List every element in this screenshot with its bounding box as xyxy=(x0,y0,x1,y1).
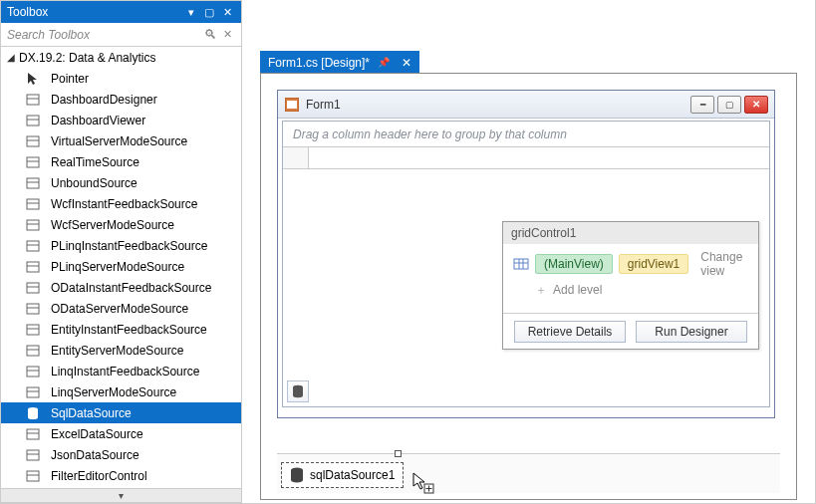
component-tray[interactable]: sqlDataSource1 xyxy=(277,453,780,493)
toolbox-item-icon xyxy=(25,343,41,359)
toolbox-item-label: ODataServerModeSource xyxy=(51,302,188,316)
svg-rect-6 xyxy=(27,157,39,167)
toolbox-item[interactable]: RealTimeSource xyxy=(1,151,241,172)
search-icon[interactable]: 🔍︎ xyxy=(204,27,217,42)
minimize-button[interactable]: ━ xyxy=(690,96,714,114)
svg-rect-38 xyxy=(287,101,297,109)
search-input[interactable] xyxy=(7,28,200,42)
toolbox-item[interactable]: WcfInstantFeedbackSource xyxy=(1,193,241,214)
toolbox-item[interactable]: VirtualServerModeSource xyxy=(1,130,241,151)
tab-close-icon[interactable]: ✕ xyxy=(402,56,411,70)
toolbox-titlebar: Toolbox ▾ ▢ ✕ xyxy=(1,1,241,23)
toolbox-item[interactable]: JsonDataSource xyxy=(1,444,241,465)
grid-header-row xyxy=(283,147,769,169)
form-close-button[interactable]: ✕ xyxy=(744,96,768,114)
dropdown-icon[interactable]: ▾ xyxy=(183,4,199,20)
add-level-link[interactable]: ＋Add level xyxy=(513,276,748,305)
tray-resize-handle[interactable] xyxy=(395,450,402,457)
toolbox-item[interactable]: ExcelDataSource xyxy=(1,423,241,444)
group-panel-hint: Drag a column header here to group by th… xyxy=(283,122,769,147)
toolbox-item-label: PLinqServerModeSource xyxy=(51,260,184,274)
toolbox-item-icon xyxy=(25,175,41,191)
view-row: (MainView) gridView1 Change view xyxy=(513,252,748,276)
category-label: DX.19.2: Data & Analytics xyxy=(19,51,155,65)
toolbox-item[interactable]: Pointer xyxy=(1,68,241,89)
toolbox-item-label: ODataInstantFeedbackSource xyxy=(51,281,211,295)
design-surface-panel: Form1.cs [Design]* 📌 ✕ Form1 ━ ▢ ✕ Drag … xyxy=(242,0,815,503)
toolbox-item[interactable]: DashboardDesigner xyxy=(1,89,241,110)
toolbox-item-label: UnboundSource xyxy=(51,176,137,190)
database-icon xyxy=(290,467,304,483)
main-view-pill[interactable]: (MainView) xyxy=(535,254,613,274)
maximize-button[interactable]: ▢ xyxy=(717,96,741,114)
svg-rect-22 xyxy=(27,325,39,335)
grid-control[interactable]: Drag a column header here to group by th… xyxy=(282,121,770,407)
clear-search-icon[interactable]: ✕ xyxy=(219,27,235,43)
toolbox-scroll-down[interactable]: ▾ xyxy=(1,488,241,502)
toolbox-item-label: WcfServerModeSource xyxy=(51,218,174,232)
popup-body: (MainView) gridView1 Change view ＋Add le… xyxy=(503,244,758,313)
svg-rect-18 xyxy=(27,283,39,293)
toolbox-item-label: Pointer xyxy=(51,72,89,86)
toolbox-item-icon xyxy=(25,238,41,254)
svg-rect-10 xyxy=(27,199,39,209)
grid-view-icon xyxy=(513,256,529,272)
toolbox-item[interactable]: WcfServerModeSource xyxy=(1,214,241,235)
window-position-icon[interactable]: ▢ xyxy=(201,4,217,20)
toolbox-item[interactable]: SqlDataSource xyxy=(1,402,241,423)
toolbox-item-label: VirtualServerModeSource xyxy=(51,134,187,148)
change-view-link[interactable]: Change view xyxy=(700,250,748,278)
toolbox-item-label: SqlDataSource xyxy=(51,406,132,420)
form-titlebar: Form1 ━ ▢ ✕ xyxy=(278,91,774,119)
toolbox-item-label: WcfInstantFeedbackSource xyxy=(51,197,197,211)
component-label: sqlDataSource1 xyxy=(310,468,395,482)
toolbox-item[interactable]: EntityInstantFeedbackSource xyxy=(1,319,241,340)
svg-rect-0 xyxy=(27,95,39,105)
toolbox-item[interactable]: LinqServerModeSource xyxy=(1,381,241,402)
grid-designer-popup: gridControl1 (MainView) gridView1 Change… xyxy=(502,221,759,350)
toolbox-item-label: RealTimeSource xyxy=(51,155,139,169)
toolbox-item-label: JsonDataSource xyxy=(51,448,139,462)
sql-data-source-component[interactable]: sqlDataSource1 xyxy=(281,462,404,488)
toolbox-item[interactable]: FilterEditorControl xyxy=(1,465,241,486)
toolbox-category[interactable]: ◢ DX.19.2: Data & Analytics xyxy=(1,47,241,68)
svg-rect-4 xyxy=(27,136,39,146)
document-tab-label: Form1.cs [Design]* xyxy=(268,56,370,70)
svg-rect-20 xyxy=(27,304,39,314)
toolbox-items: PointerDashboardDesignerDashboardViewerV… xyxy=(1,68,241,488)
toolbox-item[interactable]: ODataServerModeSource xyxy=(1,298,241,319)
toolbox-item-icon xyxy=(25,217,41,233)
close-icon[interactable]: ✕ xyxy=(219,4,235,20)
svg-rect-31 xyxy=(27,429,39,439)
design-area[interactable]: Form1 ━ ▢ ✕ Drag a column header here to… xyxy=(260,73,797,500)
toolbox-item-label: LinqInstantFeedbackSource xyxy=(51,365,199,378)
plus-icon: ＋ xyxy=(535,283,547,297)
document-tab[interactable]: Form1.cs [Design]* 📌 ✕ xyxy=(260,51,419,74)
toolbox-item-icon xyxy=(25,71,41,87)
svg-rect-14 xyxy=(27,241,39,251)
retrieve-details-button[interactable]: Retrieve Details xyxy=(514,321,626,343)
toolbox-item[interactable]: EntityServerModeSource xyxy=(1,340,241,361)
form-window[interactable]: Form1 ━ ▢ ✕ Drag a column header here to… xyxy=(277,90,775,418)
pin-icon[interactable]: 📌 xyxy=(378,57,390,68)
datasource-indicator-icon[interactable] xyxy=(287,380,309,402)
toolbox-search-row: 🔍︎ ✕ xyxy=(1,23,241,47)
toolbox-item[interactable]: DashboardViewer xyxy=(1,110,241,130)
form-title-text: Form1 xyxy=(306,98,687,112)
toolbox-item[interactable]: LinqInstantFeedbackSource xyxy=(1,361,241,381)
toolbox-item-icon xyxy=(25,468,41,484)
grid-view-pill[interactable]: gridView1 xyxy=(619,254,688,274)
toolbox-item-icon xyxy=(25,259,41,275)
form-icon xyxy=(284,97,300,113)
run-designer-button[interactable]: Run Designer xyxy=(636,321,747,343)
toolbox-item[interactable]: ODataInstantFeedbackSource xyxy=(1,277,241,298)
toolbox-item[interactable]: PLinqInstantFeedbackSource xyxy=(1,235,241,256)
svg-rect-33 xyxy=(27,450,39,460)
toolbox-item[interactable]: PLinqServerModeSource xyxy=(1,256,241,277)
toolbox-item-icon xyxy=(25,154,41,170)
toolbox-item-icon xyxy=(25,301,41,317)
toolbox-item-label: FilterEditorControl xyxy=(51,469,147,483)
toolbox-item-label: EntityServerModeSource xyxy=(51,344,183,358)
drop-cursor-icon xyxy=(412,472,434,494)
toolbox-item[interactable]: UnboundSource xyxy=(1,172,241,193)
